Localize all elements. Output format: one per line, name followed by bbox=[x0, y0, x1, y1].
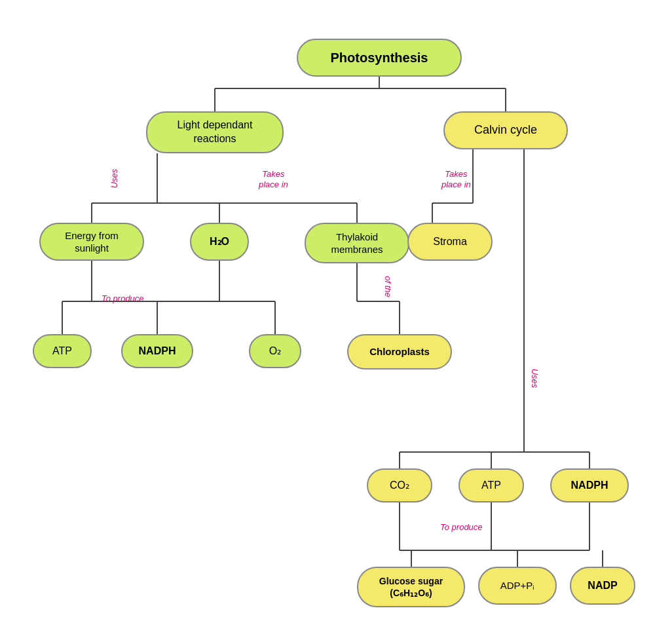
o2-node: O₂ bbox=[249, 334, 301, 368]
thylakoid-node: Thylakoidmembranes bbox=[305, 223, 409, 263]
calvin-node: Calvin cycle bbox=[443, 111, 568, 149]
uses-right-label: Uses bbox=[530, 369, 540, 388]
light-dep-node: Light dependantreactions bbox=[146, 111, 284, 153]
h2o-node: H₂O bbox=[190, 223, 249, 261]
stroma-node: Stroma bbox=[407, 223, 493, 261]
takes-place-in-right-label: Takesplace in bbox=[441, 169, 471, 189]
co2-node: CO₂ bbox=[367, 468, 432, 502]
glucose-node: Glucose sugar(C₆H₁₂O₆) bbox=[357, 567, 465, 607]
atp-left-node: ATP bbox=[33, 334, 92, 368]
photosynthesis-node: Photosynthesis bbox=[297, 39, 462, 77]
adp-pi-node: ADP+Pᵢ bbox=[478, 567, 557, 605]
uses-left-label: Uses bbox=[109, 169, 119, 189]
energy-sun-node: Energy fromsunlight bbox=[39, 223, 144, 261]
atp-right-node: ATP bbox=[458, 468, 524, 502]
of-the-label: of the bbox=[383, 276, 393, 297]
takes-place-in-left-label: Takesplace in bbox=[259, 169, 288, 189]
nadph-right-node: NADPH bbox=[550, 468, 629, 502]
diagram: Photosynthesis Light dependantreactions … bbox=[0, 0, 655, 644]
chloroplasts-node: Chloroplasts bbox=[347, 334, 452, 369]
connector-lines bbox=[0, 0, 655, 644]
nadph-left-node: NADPH bbox=[121, 334, 193, 368]
nadp-node: NADP bbox=[570, 567, 635, 605]
to-produce-left-label: To produce bbox=[102, 294, 144, 303]
to-produce-right-label: To produce bbox=[440, 522, 483, 532]
